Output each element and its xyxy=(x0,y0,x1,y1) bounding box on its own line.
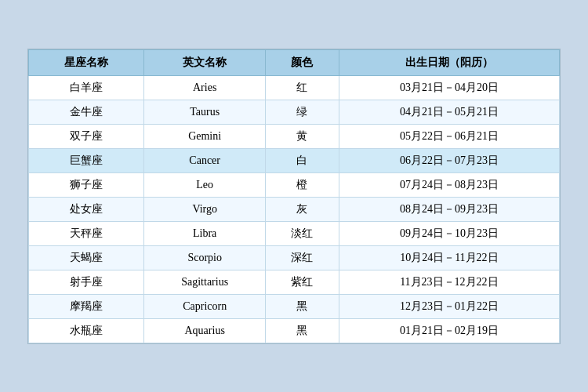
cell-color: 白 xyxy=(266,148,339,172)
table-row: 处女座Virgo灰08月24日－09月23日 xyxy=(29,197,560,221)
cell-dates: 10月24日－11月22日 xyxy=(339,245,559,270)
cell-english-name: Leo xyxy=(144,172,266,197)
cell-color: 红 xyxy=(266,75,339,100)
table-row: 巨蟹座Cancer白06月22日－07月23日 xyxy=(29,148,560,172)
cell-english-name: Gemini xyxy=(144,124,266,148)
cell-english-name: Capricorn xyxy=(144,294,266,318)
cell-chinese-name: 巨蟹座 xyxy=(29,148,144,172)
header-dates: 出生日期（阳历） xyxy=(339,49,559,75)
cell-chinese-name: 狮子座 xyxy=(29,172,144,197)
cell-english-name: Virgo xyxy=(144,197,266,221)
zodiac-table: 星座名称 英文名称 颜色 出生日期（阳历） 白羊座Aries红03月21日－04… xyxy=(28,49,560,343)
cell-chinese-name: 白羊座 xyxy=(29,75,144,100)
table-row: 金牛座Taurus绿04月21日－05月21日 xyxy=(29,100,560,124)
cell-chinese-name: 天蝎座 xyxy=(29,245,144,270)
table-row: 狮子座Leo橙07月24日－08月23日 xyxy=(29,172,560,197)
header-chinese-name: 星座名称 xyxy=(29,49,144,75)
cell-dates: 12月23日－01月22日 xyxy=(339,294,559,318)
cell-color: 黑 xyxy=(266,294,339,318)
cell-dates: 04月21日－05月21日 xyxy=(339,100,559,124)
header-color: 颜色 xyxy=(266,49,339,75)
cell-english-name: Aquarius xyxy=(144,318,266,343)
cell-dates: 07月24日－08月23日 xyxy=(339,172,559,197)
cell-dates: 09月24日－10月23日 xyxy=(339,221,559,245)
cell-dates: 01月21日－02月19日 xyxy=(339,318,559,343)
cell-chinese-name: 天秤座 xyxy=(29,221,144,245)
table-row: 双子座Gemini黄05月22日－06月21日 xyxy=(29,124,560,148)
cell-chinese-name: 金牛座 xyxy=(29,100,144,124)
header-english-name: 英文名称 xyxy=(144,49,266,75)
cell-english-name: Cancer xyxy=(144,148,266,172)
cell-color: 橙 xyxy=(266,172,339,197)
cell-color: 灰 xyxy=(266,197,339,221)
cell-dates: 11月23日－12月22日 xyxy=(339,270,559,294)
table-row: 摩羯座Capricorn黑12月23日－01月22日 xyxy=(29,294,560,318)
cell-color: 紫红 xyxy=(266,270,339,294)
cell-chinese-name: 处女座 xyxy=(29,197,144,221)
zodiac-table-container: 星座名称 英文名称 颜色 出生日期（阳历） 白羊座Aries红03月21日－04… xyxy=(27,49,561,344)
cell-english-name: Taurus xyxy=(144,100,266,124)
cell-english-name: Scorpio xyxy=(144,245,266,270)
table-row: 水瓶座Aquarius黑01月21日－02月19日 xyxy=(29,318,560,343)
table-row: 天蝎座Scorpio深红10月24日－11月22日 xyxy=(29,245,560,270)
table-row: 白羊座Aries红03月21日－04月20日 xyxy=(29,75,560,100)
cell-english-name: Sagittarius xyxy=(144,270,266,294)
cell-color: 淡红 xyxy=(266,221,339,245)
cell-color: 深红 xyxy=(266,245,339,270)
cell-color: 绿 xyxy=(266,100,339,124)
table-row: 射手座Sagittarius紫红11月23日－12月22日 xyxy=(29,270,560,294)
cell-chinese-name: 摩羯座 xyxy=(29,294,144,318)
cell-dates: 08月24日－09月23日 xyxy=(339,197,559,221)
cell-dates: 06月22日－07月23日 xyxy=(339,148,559,172)
cell-chinese-name: 射手座 xyxy=(29,270,144,294)
cell-dates: 03月21日－04月20日 xyxy=(339,75,559,100)
cell-dates: 05月22日－06月21日 xyxy=(339,124,559,148)
table-header-row: 星座名称 英文名称 颜色 出生日期（阳历） xyxy=(29,49,560,75)
cell-chinese-name: 水瓶座 xyxy=(29,318,144,343)
cell-color: 黄 xyxy=(266,124,339,148)
table-row: 天秤座Libra淡红09月24日－10月23日 xyxy=(29,221,560,245)
table-body: 白羊座Aries红03月21日－04月20日金牛座Taurus绿04月21日－0… xyxy=(29,75,560,343)
cell-color: 黑 xyxy=(266,318,339,343)
cell-chinese-name: 双子座 xyxy=(29,124,144,148)
cell-english-name: Libra xyxy=(144,221,266,245)
cell-english-name: Aries xyxy=(144,75,266,100)
